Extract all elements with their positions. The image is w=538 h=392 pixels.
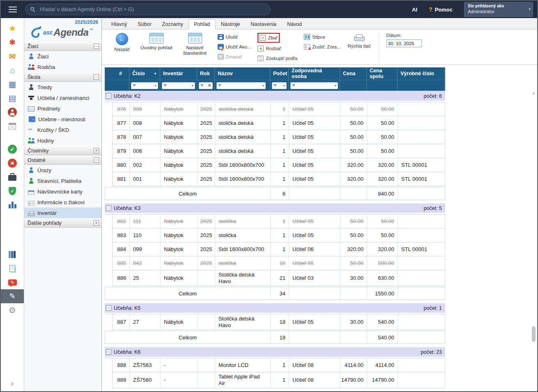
column-header-osoba[interactable]: Zodpovedná osoba xyxy=(289,67,340,80)
library-icon[interactable] xyxy=(1,247,24,261)
star-icon[interactable] xyxy=(1,21,24,35)
table-row[interactable]: 879006Nábytok2025stolička detská1Učiteľ … xyxy=(112,144,445,158)
tab-hlavny[interactable]: Hlavný xyxy=(106,19,132,29)
user-menu[interactable]: Ste prihlásený ako Administrátor ▾ xyxy=(464,2,533,16)
collapse-box-icon[interactable]: − xyxy=(94,44,99,49)
table-row[interactable]: 888ZŠ7563-Monitor LCD1Učiteľ 084114.0041… xyxy=(112,358,445,372)
mail-icon[interactable] xyxy=(1,49,24,63)
tab-nastroje[interactable]: Nástroje xyxy=(216,19,246,29)
scrollbar-thumb[interactable] xyxy=(532,326,536,342)
documents-icon[interactable] xyxy=(1,261,24,275)
sidebar-item-predmety[interactable]: Predmety xyxy=(24,103,101,114)
table-row[interactable]: 876009Nábytok2025stolička detská1Učiteľ … xyxy=(112,102,445,116)
filter-cislo[interactable]: ▾ xyxy=(131,82,158,89)
sidebar-item-hodiny[interactable]: Hodiny xyxy=(24,135,101,146)
expand-button[interactable]: Rozbaľ xyxy=(258,44,297,53)
column-header-cislo[interactable]: Číslo▼ xyxy=(129,67,160,80)
sidebar-item-ucebne-miestnosti[interactable]: Učebne - miestnosti xyxy=(24,114,101,125)
tab-zoznamy[interactable]: Zoznamy xyxy=(157,19,189,29)
table-row[interactable]: 880002Nábytok2025Stôl 1600x800x7001Učite… xyxy=(112,158,445,172)
group-collapse-icon[interactable]: − xyxy=(106,205,111,211)
date-input[interactable] xyxy=(386,39,422,47)
calendar-icon[interactable] xyxy=(1,119,24,133)
group-collapse-icon[interactable]: − xyxy=(106,349,111,355)
chart-icon[interactable] xyxy=(1,198,24,212)
celebration-icon[interactable] xyxy=(1,35,24,49)
table-row[interactable]: 889ZŠ7560-Tablet Apple iPad Air1Učiteľ 0… xyxy=(112,372,445,388)
sidebar-item-triedy[interactable]: Triedy xyxy=(24,82,101,92)
help-button[interactable]: ? Pomoc xyxy=(429,6,453,13)
school-year[interactable]: 2025/2026 xyxy=(24,18,101,25)
column-header-inventar[interactable]: Inventár xyxy=(160,67,197,80)
expand-box-icon[interactable]: + xyxy=(94,220,99,226)
table-row[interactable]: 884099Nábytok2025Stôl 1600x800x7001Učite… xyxy=(112,242,445,256)
expand-box-icon[interactable]: + xyxy=(94,148,99,153)
search-input[interactable] xyxy=(39,6,265,13)
tab-navod[interactable]: Návod xyxy=(282,19,307,29)
shield-icon[interactable] xyxy=(1,184,24,198)
settings-icon[interactable] xyxy=(1,303,24,317)
column-header-nazov[interactable]: Názov xyxy=(215,67,270,80)
filter-osoba[interactable]: ▾ xyxy=(290,82,338,89)
group-header-row[interactable]: −Učebňa: K5počet: 1 xyxy=(105,303,445,313)
table-row[interactable]: 881001Nábytok2025Stôl 1600x800x7001Učite… xyxy=(112,172,445,186)
sidebar-section-ostatne[interactable]: Ostatné− xyxy=(24,155,101,165)
delete-button[interactable]: Zmazať xyxy=(218,53,251,61)
table-row[interactable]: 88625NábytokStolička detská Havo21Učiteľ… xyxy=(112,270,445,286)
column-header-spolu[interactable]: Cena spolu xyxy=(367,67,398,80)
vertical-scrollbar[interactable]: ▲ xyxy=(531,91,536,390)
column-header-num[interactable]: # xyxy=(112,67,129,80)
group-collapse-icon[interactable]: − xyxy=(106,305,111,311)
scroll-up-icon[interactable]: ▲ xyxy=(531,91,536,95)
table-row[interactable]: 877008Nábytok2025stolička detská1Učiteľ … xyxy=(112,116,445,130)
filter-nazov[interactable]: ▾ xyxy=(216,82,266,89)
sidebar-item-ucitelia-zamestnanci[interactable]: Učitelia / zamestnanci xyxy=(24,92,101,103)
home-view-button[interactable]: Úvodný pohľad xyxy=(140,32,172,50)
sidebar-section-skola[interactable]: Škola− xyxy=(24,72,101,82)
sidebar-section-dalsie-pohlady[interactable]: Ďalšie pohľady+ xyxy=(24,218,101,228)
briefcase-icon[interactable] xyxy=(1,170,24,184)
table-row[interactable]: 878007Nábytok2025stolička detská1Učiteľ … xyxy=(112,130,445,144)
collapse-button[interactable]: Zbaľ xyxy=(260,34,277,42)
filter-rok[interactable]: ✕ xyxy=(199,82,213,89)
group-collapse-icon[interactable]: − xyxy=(106,93,111,99)
table-row[interactable]: 883110Nábytok2025stolička1Učiteľ 0550.00… xyxy=(112,228,445,242)
cancel-sort-button[interactable]: Zrušiť: Zora... xyxy=(304,43,341,51)
sidebar-item-inventar[interactable]: Inventár xyxy=(24,208,101,218)
sidebar-section-ziaci[interactable]: Žiaci− xyxy=(24,42,101,51)
sidebar-item-navstevnicke-karty[interactable]: Návštevnícke karty xyxy=(24,186,101,197)
save-button[interactable]: Uložiť xyxy=(218,33,251,41)
columns-button[interactable]: Stĺpce xyxy=(304,33,341,41)
collapse-box-icon[interactable]: − xyxy=(94,74,99,80)
group-header-row[interactable]: −Učebňa: K6počet: 23 xyxy=(105,347,445,357)
sidebar-section-ciselniky[interactable]: Číselníky+ xyxy=(24,146,101,155)
sidebar-item-stravnici-platitelia[interactable]: Stravníci, Platitelia xyxy=(24,175,101,186)
feedback-icon[interactable] xyxy=(1,275,24,289)
search-box[interactable] xyxy=(25,4,271,15)
column-header-pocet[interactable]: Počet xyxy=(270,67,289,80)
filter-inventar[interactable]: ▾ xyxy=(162,82,195,89)
sidebar-item-rodicia[interactable]: Rodičia xyxy=(24,62,101,72)
table-row[interactable]: 885042Nábytok2025stolička10Učiteľ 0550.0… xyxy=(112,256,445,270)
back-button[interactable]: ← Naspäť xyxy=(110,32,134,52)
sidebar-item-kruzky-skd[interactable]: Krúžky / ŠKD xyxy=(24,125,101,135)
quick-print-button[interactable]: Rýchla tlač xyxy=(347,32,371,48)
ai-button[interactable]: AI xyxy=(412,7,417,13)
group-by-button[interactable]: Zoskupiť podľa xyxy=(258,54,297,62)
tab-pohlad[interactable]: Pohľad xyxy=(189,19,216,30)
column-header-cena[interactable]: Cena xyxy=(340,67,367,80)
group-header-row[interactable]: −Učebňa: K2počet: 6 xyxy=(105,91,445,101)
notebook-icon[interactable] xyxy=(1,91,24,105)
timetable-icon[interactable] xyxy=(1,77,24,91)
collapse-box-icon[interactable]: − xyxy=(94,157,99,163)
clear-filter-icon[interactable]: ✕ xyxy=(208,83,211,88)
sidebar-item-urazy[interactable]: Úrazy xyxy=(24,165,101,175)
tab-nastavenia[interactable]: Nastavenia xyxy=(245,19,282,29)
filter-pocet[interactable]: ▾ xyxy=(272,82,287,89)
save-as-button[interactable]: Uložiť Ako... xyxy=(218,43,251,51)
set-default-button[interactable]: Nastaviť štandardné xyxy=(179,32,211,56)
expand-rail-icon[interactable]: › xyxy=(11,379,14,388)
table-row[interactable]: 88727NábytokStolička detská Havo18Učiteľ… xyxy=(112,314,445,330)
group-header-row[interactable]: −Učebňa: K3počet: 5 xyxy=(105,203,445,213)
column-header-vyrobne[interactable]: Výrobné číslo xyxy=(398,67,445,80)
